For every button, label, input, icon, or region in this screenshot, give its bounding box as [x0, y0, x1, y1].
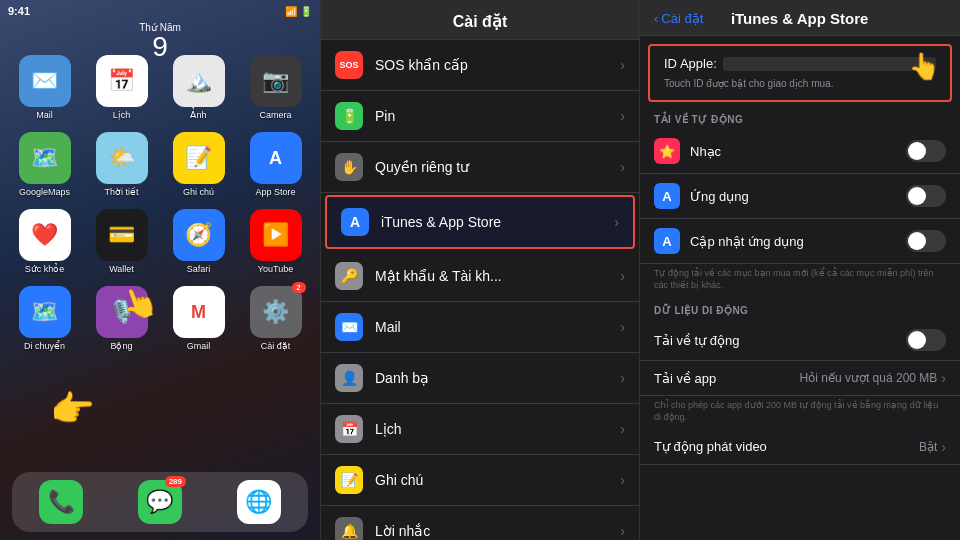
app-camera-label: Camera	[259, 110, 291, 120]
camera-icon-box: 📷	[250, 55, 302, 107]
app-weather[interactable]: 🌤️ Thời tiết	[89, 132, 154, 197]
updates-toggle-row[interactable]: A Cập nhật ứng dụng	[640, 219, 960, 264]
notes-icon-box: 📝	[173, 132, 225, 184]
app-photos[interactable]: 🏔️ Ảnh	[166, 55, 231, 120]
settings-item-mail[interactable]: ✉️ Mail ›	[321, 302, 639, 353]
auto-video-value: Bật	[919, 440, 937, 454]
app-notes[interactable]: 📝 Ghi chú	[166, 132, 231, 197]
settings-item-itunes[interactable]: A iTunes & App Store ›	[325, 195, 635, 249]
music-label: Nhạc	[690, 144, 906, 159]
itunes-chevron-icon: ›	[614, 214, 619, 230]
messages-badge: 289	[165, 476, 186, 487]
settings-item-notes[interactable]: 📝 Ghi chú ›	[321, 455, 639, 506]
auto-mobile-toggle-row[interactable]: Tải về tự động	[640, 320, 960, 361]
notes-label: Ghi chú	[375, 472, 620, 488]
wifi-icon: 📶	[285, 6, 297, 17]
settings-item-privacy[interactable]: ✋ Quyền riêng tư ›	[321, 142, 639, 193]
dock-phone[interactable]: 📞	[39, 480, 83, 524]
battery-icon-box: 🔋	[335, 102, 363, 130]
settings-item-battery[interactable]: 🔋 Pin ›	[321, 91, 639, 142]
red-hand-pointer: 👆	[908, 51, 940, 82]
reminders-label: Lời nhắc	[375, 523, 620, 539]
music-toggle-row[interactable]: ⭐ Nhạc	[640, 129, 960, 174]
app-mail[interactable]: ✉️ Mail	[12, 55, 77, 120]
app-move[interactable]: 🗺️ Di chuyển	[12, 286, 77, 351]
mail-label: Mail	[375, 319, 620, 335]
app-maps-label: GoogleMaps	[19, 187, 70, 197]
battery-icon: 🔋	[300, 6, 312, 17]
dock-chrome[interactable]: 🌐	[237, 480, 281, 524]
settings-item-sos[interactable]: SOS SOS khẩn cấp ›	[321, 40, 639, 91]
auto-mobile-toggle-knob	[908, 331, 926, 349]
updates-toggle[interactable]	[906, 230, 946, 252]
settings-header: Cài đặt	[321, 0, 639, 40]
settings-item-contacts[interactable]: 👤 Danh bạ ›	[321, 353, 639, 404]
itunes-panel: ‹ Cài đặt iTunes & App Store ID Apple: T…	[640, 0, 960, 540]
settings-item-reminders[interactable]: 🔔 Lời nhắc ›	[321, 506, 639, 540]
apps-toggle-knob	[908, 187, 926, 205]
app-health[interactable]: ❤️ Sức khỏe	[12, 209, 77, 274]
mobile-data-header: DỮ LIỆU DI ĐỘNG	[640, 297, 960, 320]
contacts-chevron-icon: ›	[620, 370, 625, 386]
reminders-icon-box: 🔔	[335, 517, 363, 540]
auto-video-row[interactable]: Tự động phát video Bật ›	[640, 430, 960, 465]
app-appstore[interactable]: A App Store	[243, 132, 308, 197]
apple-id-row: ID Apple:	[664, 56, 936, 71]
app-health-label: Sức khỏe	[25, 264, 65, 274]
status-time: 9:41	[8, 5, 30, 17]
photos-icon-box: 🏔️	[173, 55, 225, 107]
music-toggle[interactable]	[906, 140, 946, 162]
notes-chevron-icon: ›	[620, 472, 625, 488]
app-camera[interactable]: 📷 Camera	[243, 55, 308, 120]
youtube-icon-box: ▶️	[250, 209, 302, 261]
weather-icon-box: 🌤️	[96, 132, 148, 184]
chrome-icon-box: 🌐	[237, 480, 281, 524]
contacts-label: Danh bạ	[375, 370, 620, 386]
settings-item-lock[interactable]: 🔑 Mật khẩu & Tài kh... ›	[321, 251, 639, 302]
apps-toggle[interactable]	[906, 185, 946, 207]
calendar-label: Lịch	[375, 421, 620, 437]
settings-item-calendar[interactable]: 📅 Lịch ›	[321, 404, 639, 455]
sos-label: SOS khẩn cấp	[375, 57, 620, 73]
dock: 📞 💬 289 🌐	[12, 472, 308, 532]
apps-toggle-row[interactable]: A Ứng dụng	[640, 174, 960, 219]
mobile-data-section: DỮ LIỆU DI ĐỘNG Tải về tự động Tải về ap…	[640, 297, 960, 464]
itunes-page-title: iTunes & App Store	[703, 10, 896, 27]
app-mail-label: Mail	[36, 110, 53, 120]
app-wallet-label: Wallet	[109, 264, 134, 274]
app-appstore-label: App Store	[255, 187, 295, 197]
app-calendar[interactable]: 📅 Lịch	[89, 55, 154, 120]
itunes-header: ‹ Cài đặt iTunes & App Store	[640, 0, 960, 36]
app-gmail[interactable]: M Gmail	[166, 286, 231, 351]
download-app-value: Hỏi nếu vượt quá 200 MB	[800, 371, 938, 385]
calendar-icon-box: 📅	[96, 55, 148, 107]
privacy-chevron-icon: ›	[620, 159, 625, 175]
calendar-chevron-icon: ›	[620, 421, 625, 437]
app-maps[interactable]: 🗺️ GoogleMaps	[12, 132, 77, 197]
app-youtube[interactable]: ▶️ YouTube	[243, 209, 308, 274]
app-safari[interactable]: 🧭 Safari	[166, 209, 231, 274]
settings-list: SOS SOS khẩn cấp › 🔋 Pin › ✋ Quyền riêng…	[321, 40, 639, 540]
auto-mobile-toggle[interactable]	[906, 329, 946, 351]
app-weather-label: Thời tiết	[104, 187, 138, 197]
app-calendar-label: Lịch	[113, 110, 131, 120]
mail-icon-small: ✉️	[335, 313, 363, 341]
itunes-label: iTunes & App Store	[381, 214, 614, 230]
apple-id-section: ID Apple: Touch ID được bật cho giao dịc…	[648, 44, 952, 102]
back-label: Cài đặt	[661, 11, 703, 26]
back-chevron-icon: ‹	[654, 11, 658, 26]
auto-video-chevron-icon: ›	[941, 439, 946, 455]
app-wallet[interactable]: 💳 Wallet	[89, 209, 154, 274]
settings-title: Cài đặt	[337, 12, 623, 31]
itunes-content: ID Apple: Touch ID được bật cho giao dịc…	[640, 36, 960, 540]
health-icon-box: ❤️	[19, 209, 71, 261]
phone-icon-box: 📞	[39, 480, 83, 524]
app-settings[interactable]: ⚙️ 2 Cài đặt	[243, 286, 308, 351]
auto-note: Tự động tải về các mục bạn mua mới (kể c…	[640, 264, 960, 297]
app-photos-label: Ảnh	[190, 110, 206, 120]
app-gmail-label: Gmail	[187, 341, 211, 351]
dock-messages[interactable]: 💬 289	[138, 480, 182, 524]
download-app-row[interactable]: Tải về app Hỏi nếu vượt quá 200 MB ›	[640, 361, 960, 396]
music-icon: ⭐	[654, 138, 680, 164]
back-button[interactable]: ‹ Cài đặt	[654, 11, 703, 26]
